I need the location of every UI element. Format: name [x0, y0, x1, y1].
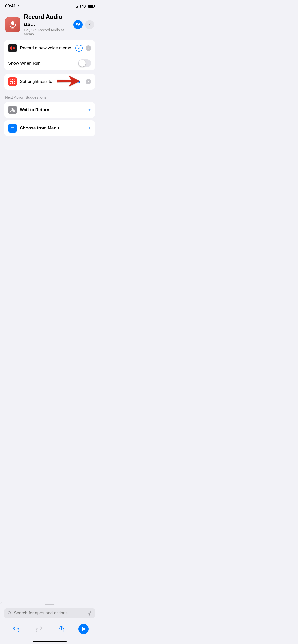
voice-memo-action-row[interactable]: Record a new voice memo × — [4, 40, 95, 56]
red-arrow-icon — [57, 74, 80, 89]
toggle-thumb — [79, 60, 86, 67]
add-choose-from-menu-button[interactable]: + — [88, 125, 91, 131]
svg-point-16 — [11, 81, 13, 83]
clear-action-button[interactable]: × — [86, 45, 91, 51]
waveform-icon — [10, 46, 15, 50]
chevron-circle-btn[interactable] — [75, 45, 83, 52]
brightness-icon — [8, 77, 17, 86]
sliders-icon — [76, 23, 80, 26]
status-time: 09:41 — [5, 4, 16, 9]
app-icon — [5, 17, 20, 32]
svg-line-23 — [11, 83, 11, 84]
svg-line-24 — [14, 80, 15, 80]
microphone-icon — [8, 20, 17, 29]
next-action-title: Next Action Suggestions — [4, 93, 95, 102]
header-actions: × — [73, 20, 94, 29]
filter-button[interactable] — [73, 20, 83, 29]
shortcut-title: Record Audio as... — [24, 13, 70, 27]
shortcut-subtitle: Hey Siri, Record Audio as Memo — [24, 28, 70, 36]
choose-from-menu-suggestion[interactable]: Choose from Menu + — [4, 120, 95, 136]
voice-memo-card: Record a new voice memo × Show When Run — [4, 40, 95, 70]
status-bar: 09:41 — [0, 0, 99, 10]
svg-marker-25 — [57, 76, 80, 87]
add-wait-to-return-button[interactable]: + — [88, 107, 91, 113]
brightness-card[interactable]: Set brightness to 0% × — [4, 74, 95, 90]
list-icon — [10, 126, 15, 130]
svg-point-26 — [12, 108, 13, 110]
voice-memo-label: Record a new voice memo — [20, 46, 72, 51]
status-icons — [76, 5, 94, 8]
wait-to-return-suggestion[interactable]: Wait to Return + — [4, 102, 95, 118]
svg-line-22 — [14, 83, 15, 84]
show-when-run-toggle[interactable] — [78, 59, 91, 67]
location-icon — [17, 5, 20, 8]
svg-point-7 — [77, 24, 78, 25]
choose-from-menu-icon — [8, 124, 17, 133]
battery-icon — [88, 5, 94, 8]
show-when-run-row: Show When Run — [4, 56, 95, 70]
wait-to-return-label: Wait to Return — [20, 107, 85, 112]
close-button[interactable]: × — [85, 20, 94, 29]
person-icon — [10, 107, 15, 112]
svg-point-6 — [78, 23, 79, 24]
svg-point-8 — [78, 25, 79, 27]
svg-line-21 — [11, 80, 11, 80]
red-arrow-annotation — [57, 74, 80, 90]
main-content: Record a new voice memo × Show When Run — [0, 40, 99, 136]
wifi-icon — [82, 5, 86, 8]
svg-rect-0 — [11, 21, 14, 25]
voice-memo-icon — [8, 44, 17, 52]
show-when-run-label: Show When Run — [8, 61, 78, 66]
header-text: Record Audio as... Hey Siri, Record Audi… — [24, 13, 70, 36]
wait-to-return-icon — [8, 106, 17, 114]
clear-brightness-button[interactable]: × — [86, 79, 91, 84]
signal-icon — [76, 5, 81, 8]
choose-from-menu-label: Choose from Menu — [20, 126, 85, 131]
sun-icon — [10, 79, 15, 84]
header: Record Audio as... Hey Siri, Record Audi… — [0, 10, 99, 40]
chevron-down-icon — [77, 47, 80, 50]
